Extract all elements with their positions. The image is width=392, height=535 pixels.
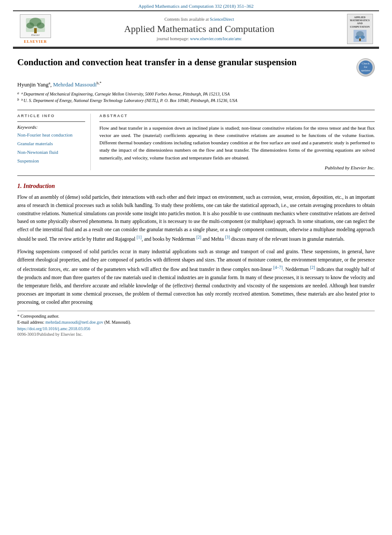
affil-a-sup: a: [17, 91, 19, 97]
article-info-header: ARTICLE INFO: [17, 114, 85, 118]
ref-1[interactable]: [1]: [137, 235, 142, 239]
published-by: Published by Elsevier Inc.: [99, 165, 375, 170]
abstract-column: ABSTRACT Flow and heat transfer in a sus…: [99, 114, 375, 170]
affiliation-b: b ᵇ U. S. Department of Energy, National…: [17, 97, 375, 104]
keyword-3: Non-Newtonian fluid: [17, 148, 85, 157]
journal-logo-image: [354, 30, 367, 42]
section-divider-bottom: [17, 175, 375, 176]
introduction-section: 1. Introduction Flow of an assembly of (…: [17, 183, 375, 306]
journal-citation[interactable]: Applied Mathematics and Computation 332 …: [0, 0, 392, 10]
email-label: E-mail address:: [17, 320, 44, 325]
ref-3[interactable]: [3]: [225, 235, 230, 239]
abstract-divider: [99, 121, 375, 122]
corresponding-author-label: * Corresponding author.: [17, 314, 59, 318]
journal-logo-title: APPLIED MATHEMATICS AND COMPUTATION: [349, 16, 371, 29]
affil-a-text: ᵃ Department of Mechanical Engineering, …: [21, 91, 229, 97]
keyword-1: Non-Fourier heat conduction: [17, 131, 85, 140]
homepage-label: journal homepage:: [156, 36, 189, 41]
intro-paragraph-1: Flow of an assembly of (dense) solid par…: [17, 193, 375, 244]
svg-point-7: [355, 35, 360, 39]
svg-point-3: [37, 22, 45, 29]
journal-right-logo: APPLIED MATHEMATICS AND COMPUTATION: [346, 14, 374, 44]
contents-available-line: Contents lists available at ScienceDirec…: [58, 17, 341, 22]
article-info-column: ARTICLE INFO Keywords: Non-Fourier heat …: [17, 114, 91, 170]
email-suffix: (M. Massoudi).: [104, 320, 131, 325]
keyword-4: Suspension: [17, 157, 85, 166]
homepage-line: journal homepage: www.elsevier.com/locat…: [58, 36, 341, 41]
keyword-2: Granular materials: [17, 140, 85, 148]
affil-b-sup: b: [17, 97, 19, 104]
keywords-list: Non-Fourier heat conduction Granular mat…: [17, 131, 85, 165]
elsevier-tree-svg: Elsevier: [22, 16, 48, 37]
ref-2b[interactable]: [2]: [310, 265, 315, 270]
ref-4-7[interactable]: [4–7]: [273, 265, 283, 270]
keywords-label: Keywords:: [17, 124, 85, 130]
issn-line: 0096-3003/Published by Elsevier Inc.: [17, 332, 375, 337]
svg-point-8: [360, 35, 365, 39]
intro-paragraph-2: Flowing suspensions composed of solid pa…: [17, 248, 375, 306]
paper-title: Conduction and convection heat transfer …: [17, 57, 351, 68]
affiliations: a ᵃ Department of Mechanical Engineering…: [17, 91, 375, 104]
author-yang-sup: a: [48, 81, 50, 85]
elsevier-brand-text: ELSEVIER: [24, 39, 47, 44]
paper-title-row: Conduction and convection heat transfer …: [17, 57, 375, 76]
paper-content: Conduction and convection heat transfer …: [17, 49, 375, 337]
svg-rect-4: [34, 28, 37, 33]
corresponding-author-note: * Corresponding author.: [17, 314, 375, 318]
author-massoudi-sup: b,*: [97, 81, 102, 85]
check-updates-badge: Checkforupdates: [357, 58, 375, 76]
svg-text:Elsevier: Elsevier: [31, 34, 40, 36]
author-yang: Hyunjin Yang: [17, 81, 48, 88]
email-line: E-mail address: mehrdad.massoudi@netl.do…: [17, 320, 375, 325]
svg-rect-9: [359, 38, 361, 41]
contents-text: Contents lists available at: [164, 17, 208, 22]
elsevier-logo-box: Elsevier: [20, 14, 51, 38]
abstract-text: Flow and heat transfer in a suspension d…: [99, 124, 375, 161]
section-divider-top: [17, 110, 375, 110]
journal-center-block: Contents lists available at ScienceDirec…: [58, 17, 341, 41]
email-link[interactable]: mehrdad.massoudi@netl.doe.gov: [45, 320, 103, 325]
sciencedirect-link[interactable]: ScienceDirect: [210, 17, 234, 22]
journal-logo-box: APPLIED MATHEMATICS AND COMPUTATION: [347, 14, 373, 44]
homepage-url[interactable]: www.elsevier.com/locate/amc: [190, 36, 242, 41]
article-abstract-section: ARTICLE INFO Keywords: Non-Fourier heat …: [17, 114, 375, 170]
journal-title: Applied Mathematics and Computation: [58, 23, 341, 35]
svg-point-2: [26, 22, 34, 29]
affiliation-a: a ᵃ Department of Mechanical Engineering…: [17, 91, 375, 97]
doi-line[interactable]: https://doi.org/10.1016/j.amc.2018.03.05…: [17, 326, 375, 331]
authors-line: Hyunjin Yanga, Mehrdad Massoudib,*: [17, 81, 375, 88]
ref-2[interactable]: [2]: [196, 235, 201, 239]
author-massoudi-link[interactable]: Mehrdad Massoudi: [53, 81, 97, 88]
article-info-divider: [17, 121, 85, 122]
check-badge-inner: Checkforupdates: [359, 61, 373, 74]
abstract-header: ABSTRACT: [99, 114, 375, 118]
doi-link[interactable]: https://doi.org/10.1016/j.amc.2018.03.05…: [17, 326, 90, 331]
check-badge-text: Checkforupdates: [361, 62, 370, 72]
intro-heading: 1. Introduction: [17, 183, 375, 190]
footnote-area: * Corresponding author. E-mail address: …: [17, 311, 375, 325]
journal-logo-tree-svg: [355, 30, 365, 42]
journal-header: Elsevier ELSEVIER Contents lists availab…: [13, 10, 379, 48]
journal-citation-link[interactable]: Applied Mathematics and Computation 332 …: [138, 3, 253, 9]
elsevier-logo: Elsevier ELSEVIER: [18, 14, 53, 44]
affil-b-text: ᵇ U. S. Department of Energy, National E…: [21, 97, 237, 104]
